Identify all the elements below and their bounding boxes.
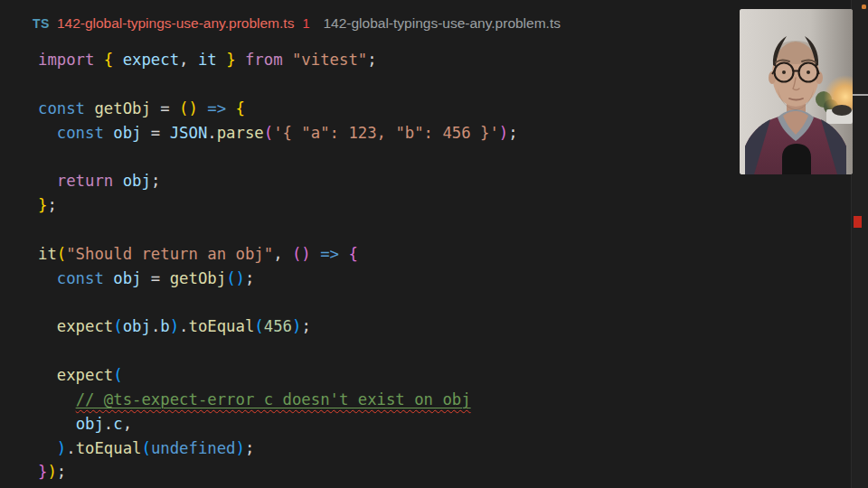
typescript-file-icon: TS [33,16,50,31]
breadcrumb-filename[interactable]: 142-global-typings-use-any.problem.ts [323,15,561,32]
webcam-overlay [740,9,853,174]
code-line[interactable]: obj.c, [38,412,850,436]
code-line[interactable] [38,290,850,314]
code-line[interactable]: // @ts-expect-error c doesn't exist on o… [38,388,850,412]
ts-expect-error-comment: // @ts-expect-error c doesn't exist on o… [76,390,471,408]
scrollbar[interactable] [851,0,868,488]
code-line[interactable]: expect(obj.b).toEqual(456); [38,314,850,339]
tab-filename[interactable]: 142-global-typings-use-any.problem.ts [57,15,295,32]
code-line[interactable]: }; [38,193,850,218]
code-line[interactable]: ).toEqual(undefined); [38,436,850,461]
code-line[interactable]: }); [38,460,850,484]
code-line[interactable] [38,218,850,242]
code-line[interactable] [38,145,850,169]
code-editor[interactable]: import { expect, it } from "vitest"; con… [38,48,850,484]
modified-indicator-dot [862,5,866,9]
code-line[interactable]: it("Should return an obj", () => { [38,242,850,267]
presenter-portrait [740,9,853,174]
code-line[interactable]: const obj = getObj(); [38,267,850,291]
code-line[interactable]: const obj = JSON.parse('{ "a": 123, "b":… [38,121,850,145]
code-line[interactable]: import { expect, it } from "vitest"; [38,48,850,72]
code-line[interactable]: expect( [38,363,850,388]
section-divider-line [850,94,868,96]
code-line[interactable] [38,72,850,97]
tab-error-count-badge: 1 [302,16,309,31]
code-line[interactable]: return obj; [38,169,850,193]
tab-bar: TS 142-global-typings-use-any.problem.ts… [0,0,868,47]
code-line[interactable]: const getObj = () => { [38,97,850,121]
code-line[interactable] [38,339,850,363]
error-overview-marker[interactable] [854,216,862,228]
